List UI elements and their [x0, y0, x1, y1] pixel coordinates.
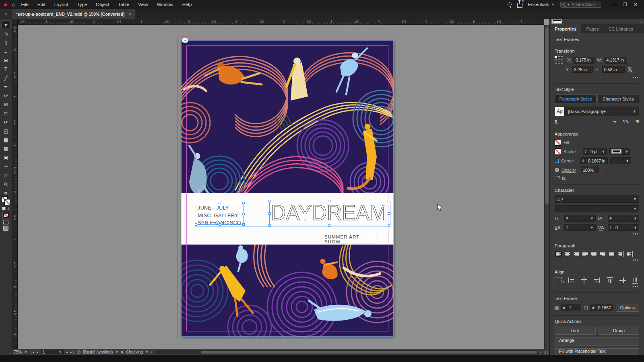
content-collector-tool[interactable]: ⊞ [1, 56, 11, 64]
height-field[interactable]: 0.53 in [602, 66, 625, 73]
corner-radius-stepper[interactable]: 0.1667 in [580, 157, 608, 164]
create-style-icon[interactable]: ⊞ [636, 119, 639, 124]
justify-all-button[interactable] [608, 251, 615, 257]
stroke-swatch[interactable] [555, 148, 561, 155]
horizontal-ruler[interactable]: 1/231/221/211/201/211/221/231/241/251/26… [12, 19, 544, 25]
indesign-logo[interactable]: Id [2, 1, 9, 8]
constrain-proportions-icon[interactable] [627, 67, 633, 72]
panel-tab-cc-libraries[interactable]: CC Libraries [604, 24, 638, 33]
subtitle-text-frame[interactable]: SUMMER ART SHOW [323, 233, 376, 243]
chevron-down-icon[interactable]: ▼ [631, 196, 639, 202]
justify-last-left-button[interactable] [581, 251, 589, 257]
selection-handle[interactable] [195, 213, 197, 215]
chevron-down-icon[interactable]: ▼ [588, 224, 595, 230]
preflight-icon[interactable] [77, 350, 80, 354]
chevron-down-icon[interactable]: ▼ [632, 215, 639, 221]
line-tool[interactable]: ╱ [1, 74, 11, 82]
swap-fill-stroke-icon[interactable]: ⇄ [4, 191, 8, 195]
postcard-page[interactable]: ∞ JUNE - JULY MISC. GALLERY SAN FRANCISC… [181, 40, 394, 337]
style-override-icon[interactable]: ¶. [555, 119, 558, 124]
chevron-down-icon[interactable]: ▼ [631, 206, 639, 212]
selection-handle[interactable] [388, 200, 390, 202]
home-icon[interactable]: ⌂ [12, 1, 15, 8]
tools-panel-collapse[interactable]: » [0, 9, 12, 19]
collapse-panels-icon[interactable]: » [640, 20, 642, 24]
group-button[interactable]: Group [599, 327, 640, 335]
align-right-edges-button[interactable] [593, 277, 601, 284]
opacity-field[interactable]: 100% [581, 167, 599, 173]
view-options-icon[interactable] [3, 220, 8, 224]
lock-button[interactable]: Lock [555, 327, 596, 335]
columns-stepper[interactable]: 1 [561, 304, 581, 311]
chevron-down-icon[interactable]: ▼ [145, 350, 149, 354]
arrange-button[interactable]: Arrange [555, 337, 639, 346]
align-horizontal-centers-button[interactable] [580, 277, 588, 284]
width-field[interactable]: 4.1317 in [605, 57, 627, 64]
page-number-field[interactable]: 1 ▼ [41, 350, 64, 354]
menu-file[interactable]: File [21, 2, 29, 7]
tab-character-styles[interactable]: Character Styles [597, 95, 639, 103]
selection-handle[interactable] [242, 202, 245, 204]
edit-style-icon[interactable]: ¶✎ [623, 119, 629, 124]
close-button[interactable]: ✕ [630, 2, 641, 7]
previous-page-button[interactable]: ◂ [37, 350, 38, 354]
panel-tab-properties[interactable]: Properties [550, 24, 581, 33]
align-away-from-spine-button[interactable] [625, 251, 633, 257]
stroke-weight-stepper[interactable]: 0 pt ▼ [583, 148, 607, 155]
menu-edit[interactable]: Edit [37, 2, 45, 7]
selection-handle[interactable] [195, 223, 197, 226]
menu-window[interactable]: Window [157, 2, 173, 7]
formatting-affects-container-button[interactable] [2, 207, 6, 210]
menu-layout[interactable]: Layout [54, 2, 68, 7]
learn-lightbulb-icon[interactable] [508, 2, 512, 6]
zoom-tool[interactable]: ⚲ [1, 180, 11, 188]
pasteboard[interactable]: ∞ JUNE - JULY MISC. GALLERY SAN FRANCISC… [18, 25, 544, 349]
more-options-button[interactable]: ••• [555, 232, 639, 236]
gradient-swatch-tool[interactable]: ▦ [1, 136, 11, 144]
font-style-field[interactable]: ▼ [555, 205, 639, 212]
document-tab[interactable]: *set-up-a-postcard_END_V2.indd @ 150% [C… [12, 9, 135, 19]
corner-label[interactable]: Corner [561, 158, 578, 163]
fx-icon[interactable]: fx. [562, 176, 567, 181]
panel-tab-pages[interactable]: Pages [581, 24, 603, 33]
align-bottom-edges-button[interactable] [632, 276, 638, 284]
cc-library-link-badge[interactable]: ∞ [182, 38, 188, 43]
first-page-button[interactable]: ❘◂ [30, 350, 34, 354]
eyedropper-tool[interactable]: ✑ [1, 162, 11, 171]
info-text-frame[interactable]: JUNE - JULY MISC. GALLERY SAN FRANCISCO [196, 203, 244, 225]
page-tool[interactable]: ▯ [1, 38, 11, 47]
scissors-tool[interactable]: ✂ [1, 118, 11, 126]
scroll-left-arrow[interactable]: ‹ [151, 350, 152, 354]
close-tab-icon[interactable]: × [128, 12, 131, 16]
selection-handle[interactable] [268, 224, 271, 227]
apply-none-button[interactable] [2, 212, 9, 219]
selection-handle[interactable] [388, 224, 390, 227]
pen-tool[interactable]: ✒ [1, 82, 11, 91]
selection-handle[interactable] [268, 200, 271, 202]
formatting-affects-text-button[interactable]: T [7, 206, 9, 211]
tracking-stepper[interactable]: 0 ▼ [608, 224, 639, 231]
hand-tool[interactable]: ☞ [1, 171, 11, 179]
note-tool[interactable]: ▣ [1, 153, 11, 162]
justify-last-right-button[interactable] [599, 251, 607, 257]
chevron-down-icon[interactable]: ▼ [115, 350, 118, 354]
opacity-label[interactable]: Opacity [561, 168, 578, 173]
justify-last-center-button[interactable] [590, 251, 598, 257]
opacity-expand-arrow[interactable]: › [601, 168, 603, 173]
selection-handle[interactable] [219, 202, 221, 204]
stroke-color-dropdown[interactable]: ▼ [609, 148, 630, 155]
pencil-tool[interactable]: ✏ [1, 91, 11, 100]
type-tool[interactable]: T [1, 65, 11, 73]
selection-handle[interactable] [219, 223, 221, 226]
align-to-dropdown[interactable] [555, 278, 562, 283]
vertical-ruler[interactable]: 120121122123124125126 [12, 25, 18, 349]
selection-handle[interactable] [242, 213, 245, 215]
font-size-stepper[interactable]: ▼ [564, 215, 596, 222]
gap-tool[interactable]: ↔ [1, 47, 11, 56]
spread-view-icon[interactable]: ◫ [544, 350, 548, 355]
align-left-edges-button[interactable] [568, 277, 576, 284]
rectangle-tool[interactable]: □ [1, 109, 11, 117]
horizontal-scrollbar[interactable] [155, 350, 538, 354]
title-text-frame[interactable]: DAYDREAM [269, 201, 389, 226]
stroke-label[interactable]: Stroke [564, 149, 580, 154]
